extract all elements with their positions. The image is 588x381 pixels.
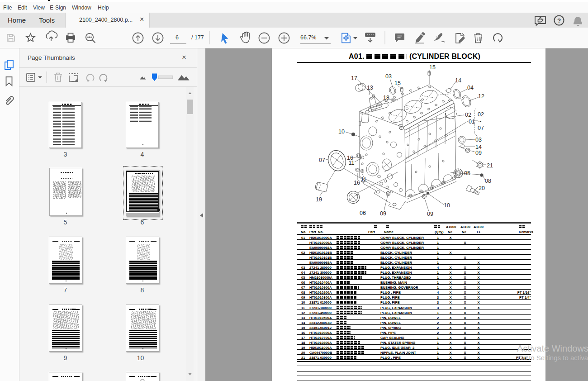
svg-text:14: 14 bbox=[455, 77, 461, 84]
svg-text:?: ? bbox=[557, 17, 561, 24]
svg-text:20: 20 bbox=[479, 185, 485, 191]
svg-text:13: 13 bbox=[367, 85, 373, 91]
svg-text:19: 19 bbox=[316, 196, 322, 203]
svg-text:09: 09 bbox=[380, 210, 386, 217]
svg-text:02: 02 bbox=[478, 111, 484, 118]
svg-text:16: 16 bbox=[354, 180, 360, 186]
svg-text:09: 09 bbox=[475, 150, 482, 156]
svg-text:09: 09 bbox=[427, 211, 433, 217]
svg-text:11: 11 bbox=[349, 160, 355, 166]
svg-text:10: 10 bbox=[444, 202, 450, 209]
svg-text:06: 06 bbox=[360, 210, 366, 216]
svg-text:12: 12 bbox=[478, 93, 484, 100]
svg-text:11: 11 bbox=[361, 176, 367, 183]
svg-text:01: 01 bbox=[469, 119, 475, 125]
svg-text:05: 05 bbox=[464, 170, 470, 176]
svg-text:15: 15 bbox=[429, 64, 436, 71]
svg-text:21: 21 bbox=[487, 162, 493, 169]
svg-text:15: 15 bbox=[394, 80, 401, 86]
svg-text:07: 07 bbox=[319, 157, 325, 163]
svg-text:08: 08 bbox=[485, 178, 491, 184]
svg-text:17: 17 bbox=[351, 75, 357, 81]
svg-text:02: 02 bbox=[465, 112, 471, 118]
svg-text:04: 04 bbox=[467, 85, 474, 91]
svg-text:03: 03 bbox=[475, 137, 482, 143]
svg-text:14: 14 bbox=[475, 144, 482, 150]
svg-text:10: 10 bbox=[338, 129, 345, 135]
svg-text:~: ~ bbox=[478, 118, 481, 124]
svg-text:18: 18 bbox=[383, 95, 389, 101]
svg-text:07: 07 bbox=[478, 125, 484, 131]
svg-text:03: 03 bbox=[385, 73, 392, 80]
